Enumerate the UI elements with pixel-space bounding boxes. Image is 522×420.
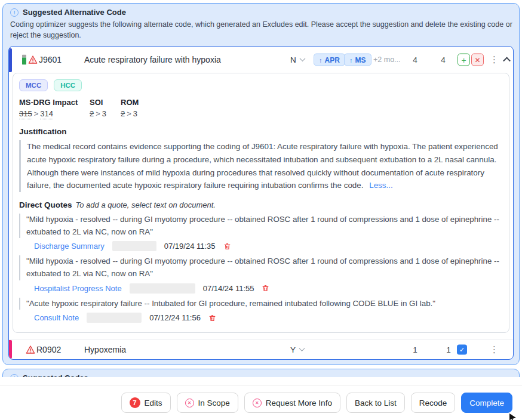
chevron-down-icon <box>299 55 305 61</box>
code-row-r0902[interactable]: R0902 Hypoxemia Y 1 1 ✓ ⋮ <box>9 339 513 359</box>
justification-text-block: The medical record contains evidence sup… <box>19 140 502 192</box>
rom-old-value: 2 <box>121 109 125 118</box>
quote-source-row: Discharge Summary 07/19/24 11:35 <box>34 241 502 251</box>
info-icon: ! <box>10 374 19 377</box>
redacted-patient-info <box>112 241 156 251</box>
source-link[interactable]: Consult Note <box>34 313 79 322</box>
edits-label: Edits <box>145 399 162 407</box>
justification-heading: Justification <box>19 127 502 136</box>
code-details-panel: MCC HCC MS-DRG Impact 315>314 SOI 2>3 <box>13 73 509 333</box>
panel-header: ! Suggested Codes <box>8 373 514 377</box>
quote-timestamp: 07/19/24 11:35 <box>164 242 216 251</box>
arrow-separator: > <box>127 109 131 118</box>
arrow-up-icon: ↑ <box>349 56 353 63</box>
quote-text: "Mild hypoxia - resolved -- during GI my… <box>19 214 502 238</box>
circle-x-icon: ✕ <box>253 399 262 407</box>
quote-item: "Mild hypoxia - resolved -- during GI my… <box>19 255 502 293</box>
ms-drg-impact-label: MS-DRG Impact <box>19 98 90 107</box>
in-scope-label: In Scope <box>198 399 230 407</box>
chevron-down-icon <box>299 345 305 351</box>
trash-icon[interactable] <box>208 314 216 322</box>
recode-button[interactable]: Recode <box>411 393 456 413</box>
code-panels-scroll-area[interactable]: ! Suggested Alternative Code Coding opti… <box>0 0 522 377</box>
back-to-list-button[interactable]: Back to List <box>346 393 405 413</box>
quote-text: "Acute hypoxic respiratory failure -- In… <box>19 298 502 310</box>
reject-button[interactable]: ✕ <box>471 54 484 66</box>
less-link[interactable]: Less... <box>369 181 392 190</box>
quote-source-row: Hospitalist Progress Note 07/14/24 11:55 <box>34 283 502 294</box>
soi-label: SOI <box>90 98 121 107</box>
trash-icon[interactable] <box>223 242 231 251</box>
quote-item: "Acute hypoxic respiratory failure -- In… <box>19 298 502 323</box>
chevron-up-icon[interactable] <box>503 57 511 65</box>
soi-new-value: 3 <box>102 109 106 118</box>
apr-drg-badge[interactable]: ↑ APR <box>314 54 345 66</box>
edit-count: 4 <box>409 55 421 64</box>
arrow-separator: > <box>34 109 39 118</box>
soi-old-value: 2 <box>90 109 94 118</box>
row-accent-bar <box>9 340 12 359</box>
quote-timestamp: 07/14/24 11:55 <box>203 284 254 293</box>
check-icon: ✓ <box>459 345 465 353</box>
in-scope-button[interactable]: ✕ In Scope <box>177 393 238 413</box>
poa-select[interactable]: N <box>290 55 305 64</box>
code-checkbox[interactable]: ✓ <box>457 344 467 354</box>
code-card: J9601 Acute respiratory failure with hyp… <box>8 46 514 360</box>
ms-drg-badge[interactable]: ↑ MS <box>344 54 371 66</box>
warning-icon <box>28 55 38 64</box>
more-badges-text[interactable]: +2 mo... <box>373 55 401 64</box>
query-count: 4 <box>437 55 449 64</box>
poa-value: Y <box>290 345 296 354</box>
mcc-badge: MCC <box>19 79 48 91</box>
quote-text: "Mild hypoxia - resolved -- during GI my… <box>19 255 502 280</box>
back-to-list-label: Back to List <box>355 399 397 407</box>
source-link[interactable]: Discharge Summary <box>34 242 105 251</box>
complete-label: Complete <box>469 399 504 407</box>
edits-button[interactable]: 7 Edits <box>121 393 171 413</box>
soi-impact: SOI 2>3 <box>90 98 121 118</box>
code-description: Acute respiratory failure with hypoxia <box>84 55 221 64</box>
suggested-codes-panel: ! Suggested Codes Coding optimizer sugge… <box>2 369 520 377</box>
status-bar-icon <box>22 55 26 65</box>
trash-icon[interactable] <box>262 284 269 292</box>
warning-icon <box>26 345 35 354</box>
justification-text: The medical record contains evidence sup… <box>27 142 498 190</box>
quote-timestamp: 07/12/24 11:56 <box>149 313 201 322</box>
drg-new-value: 314 <box>40 109 53 119</box>
rom-label: ROM <box>121 98 139 107</box>
complete-button[interactable]: Complete <box>461 393 512 413</box>
code-value: R0902 <box>36 345 61 354</box>
drg-old-value: 315 <box>19 109 32 119</box>
action-bar: 7 Edits ✕ In Scope ✕ Request More Info B… <box>0 385 522 420</box>
panel-title: Suggested Codes <box>23 373 88 377</box>
accept-button[interactable]: + <box>457 54 470 66</box>
direct-quotes-header: Direct Quotes To add a quote, select tex… <box>19 200 502 209</box>
panel-title: Suggested Alternative Code <box>23 8 126 17</box>
kebab-menu-icon[interactable]: ⋮ <box>490 54 499 65</box>
circle-x-icon: ✕ <box>185 399 194 407</box>
kebab-menu-icon[interactable]: ⋮ <box>490 344 499 355</box>
request-more-info-label: Request More Info <box>266 399 332 407</box>
poa-select[interactable]: Y <box>290 345 304 354</box>
panel-header: ! Suggested Alternative Code <box>8 8 514 17</box>
tag-row: MCC HCC <box>19 79 502 91</box>
info-icon: ! <box>10 8 19 17</box>
quote-source-row: Consult Note 07/12/24 11:56 <box>34 313 502 323</box>
arrow-separator: > <box>96 109 100 118</box>
code-value: J9601 <box>39 55 62 64</box>
quote-item: "Mild hypoxia - resolved -- during GI my… <box>19 214 502 251</box>
panel-description: Coding optimizer suggests the following … <box>8 19 514 41</box>
redacted-patient-info <box>130 283 195 294</box>
code-row-j9601[interactable]: J9601 Acute respiratory failure with hyp… <box>9 47 513 73</box>
ms-drg-impact: MS-DRG Impact 315>314 <box>19 98 90 118</box>
source-link[interactable]: Hospitalist Progress Note <box>34 284 122 293</box>
apr-badge-label: APR <box>325 55 340 64</box>
redacted-patient-info <box>87 313 142 323</box>
rom-impact: ROM 2>3 <box>121 98 139 118</box>
direct-quotes-heading: Direct Quotes <box>19 200 72 209</box>
edit-count: 1 <box>409 345 421 354</box>
request-more-info-button[interactable]: ✕ Request More Info <box>244 393 340 413</box>
ms-badge-label: MS <box>355 55 366 64</box>
poa-value: N <box>290 55 296 64</box>
recode-label: Recode <box>419 399 447 407</box>
